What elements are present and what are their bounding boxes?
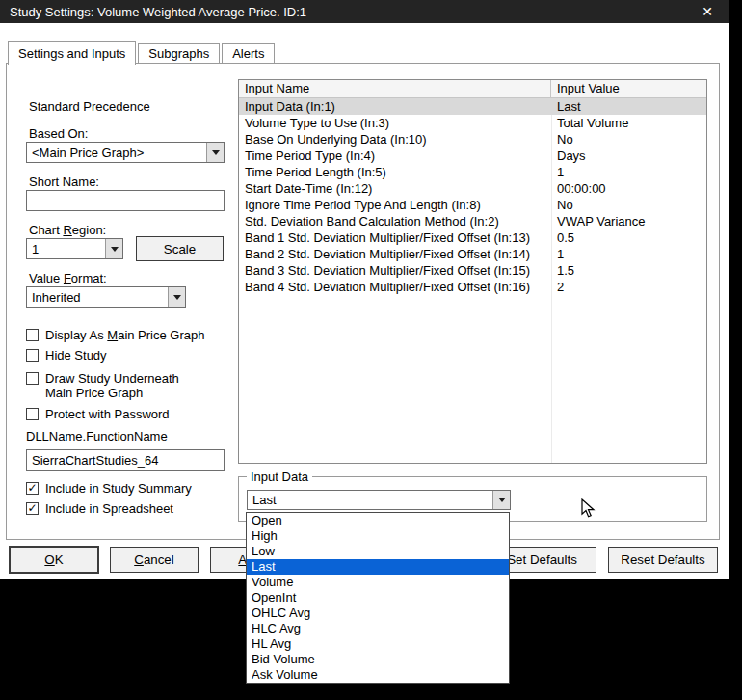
checkbox-protect-with-password[interactable]: ✓ Protect with Password <box>26 407 248 421</box>
checkbox-display-as-main-price-graph[interactable]: ✓ Display As Main Price Graph <box>26 328 248 342</box>
row-std-deviation-method[interactable]: Std. Deviation Band Calculation Method (… <box>239 213 706 229</box>
short-name-input[interactable] <box>26 190 225 211</box>
column-header-input-name: Input Name <box>239 80 551 97</box>
dropdown-item-ohlc-avg[interactable]: OHLC Avg <box>247 606 509 621</box>
input-name-cell: Time Period Type (In:4) <box>239 148 551 164</box>
checkbox-hide-study[interactable]: ✓ Hide Study <box>26 348 248 363</box>
input-value-cell: 1.5 <box>551 262 706 279</box>
checkbox-include-in-spreadsheet[interactable]: ✓ Include in Spreadsheet <box>26 501 248 516</box>
dropdown-item-last[interactable]: Last <box>247 559 509 575</box>
row-band-4-multiplier[interactable]: Band 4 Std. Deviation Multiplier/Fixed O… <box>239 279 706 295</box>
value-format-label: Value Format: <box>29 271 107 285</box>
input-name-cell: Start Date-Time (In:12) <box>239 180 551 197</box>
chart-region-label: Chart Region: <box>29 223 106 237</box>
input-name-cell: Band 2 Std. Deviation Multiplier/Fixed O… <box>239 246 551 262</box>
input-name-cell: Std. Deviation Band Calculation Method (… <box>239 213 551 229</box>
groupbox-title: Input Data <box>247 470 312 484</box>
checkbox-box[interactable]: ✓ <box>26 408 39 420</box>
input-value-cell: 2 <box>551 279 706 295</box>
dropdown-item-openint[interactable]: OpenInt <box>247 590 509 606</box>
value-format-value: Inherited <box>27 290 168 305</box>
dropdown-item-hl-avg[interactable]: HL Avg <box>247 636 509 652</box>
value-format-combobox[interactable]: Inherited <box>26 286 186 308</box>
chart-region-value: 1 <box>27 242 105 256</box>
input-value-cell: 0.5 <box>551 229 706 246</box>
row-volume-type-to-use[interactable]: Volume Type to Use (In:3) Total Volume <box>239 115 706 131</box>
row-band-1-multiplier[interactable]: Band 1 Std. Deviation Multiplier/Fixed O… <box>239 229 706 246</box>
input-name-cell: Time Period Length (In:5) <box>239 164 551 180</box>
row-input-data[interactable]: Input Data (In:1) Last <box>239 98 706 115</box>
dropdown-item-low[interactable]: Low <box>247 544 509 559</box>
window-title: Study Settings: Volume Weighted Average … <box>10 5 306 19</box>
input-value-cell: No <box>551 197 706 213</box>
checkbox-label: Draw Study Underneath Main Price Graph <box>45 371 182 400</box>
input-value-cell: 1 <box>551 246 706 262</box>
column-header-input-value: Input Value <box>551 80 706 97</box>
checkbox-label: Protect with Password <box>45 407 170 421</box>
row-time-period-type[interactable]: Time Period Type (In:4) Days <box>239 148 706 164</box>
checkbox-box[interactable]: ✓ <box>26 349 39 362</box>
dll-function-name-input[interactable] <box>26 449 225 471</box>
ok-button[interactable]: OK <box>10 547 98 573</box>
mouse-cursor <box>581 498 596 520</box>
dropdown-arrow-icon[interactable] <box>492 491 510 509</box>
check-icon: ✓ <box>27 501 37 515</box>
dropdown-item-hlc-avg[interactable]: HLC Avg <box>247 621 509 636</box>
dropdown-arrow-icon[interactable] <box>168 287 185 307</box>
checkbox-label: Display As Main Price Graph <box>45 328 204 342</box>
row-start-date-time[interactable]: Start Date-Time (In:12) 00:00:00 <box>239 180 706 197</box>
row-band-3-multiplier[interactable]: Band 3 Std. Deviation Multiplier/Fixed O… <box>239 262 706 279</box>
tab-bar: Settings and Inputs Subgraphs Alerts <box>8 41 277 65</box>
input-name-cell: Band 3 Std. Deviation Multiplier/Fixed O… <box>239 262 551 279</box>
cancel-button[interactable]: Cancel <box>110 547 199 573</box>
checkbox-label: Include in Spreadsheet <box>45 501 173 516</box>
dropdown-arrow-icon[interactable] <box>105 239 122 258</box>
input-name-cell: Ignore Time Period Type And Length (In:8… <box>239 197 551 213</box>
row-band-2-multiplier[interactable]: Band 2 Std. Deviation Multiplier/Fixed O… <box>239 246 706 262</box>
input-data-combobox-value: Last <box>248 493 492 507</box>
based-on-combobox[interactable]: <Main Price Graph> <box>26 142 225 163</box>
input-value-cell: Days <box>551 148 706 164</box>
close-icon[interactable]: ✕ <box>699 3 716 20</box>
input-value-cell: Last <box>551 98 706 115</box>
inputs-table: Input Name Input Value Input Data (In:1)… <box>238 79 707 464</box>
row-base-on-underlying-data[interactable]: Base On Underlying Data (In:10) No <box>239 131 706 148</box>
checkbox-box[interactable]: ✓ <box>26 502 39 515</box>
short-name-label: Short Name: <box>29 175 99 189</box>
input-value-cell: 00:00:00 <box>551 180 706 197</box>
tab-subgraphs[interactable]: Subgraphs <box>138 43 220 63</box>
dropdown-item-ask-volume[interactable]: Ask Volume <box>247 667 509 683</box>
checkbox-box[interactable]: ✓ <box>26 482 39 495</box>
chart-region-combobox[interactable]: 1 <box>26 238 123 259</box>
reset-defaults-button[interactable]: Reset Defaults <box>608 547 718 573</box>
title-bar[interactable]: Study Settings: Volume Weighted Average … <box>0 0 729 23</box>
input-value-cell: No <box>551 131 706 148</box>
dropdown-item-bid-volume[interactable]: Bid Volume <box>247 652 509 667</box>
input-data-combobox[interactable]: Last <box>247 490 511 510</box>
dropdown-item-open[interactable]: Open <box>247 513 509 528</box>
input-value-cell: Total Volume <box>551 115 706 131</box>
desktop: Study Settings: Volume Weighted Average … <box>0 0 742 700</box>
scale-button[interactable]: Scale <box>136 236 224 261</box>
based-on-label: Based On: <box>29 126 88 141</box>
checkbox-label: Include in Study Summary <box>45 481 192 496</box>
tab-settings-and-inputs[interactable]: Settings and Inputs <box>8 41 136 65</box>
dropdown-item-high[interactable]: High <box>247 528 509 544</box>
dropdown-item-volume[interactable]: Volume <box>247 575 509 590</box>
input-name-cell: Base On Underlying Data (In:10) <box>239 131 551 148</box>
checkbox-box[interactable]: ✓ <box>26 329 39 341</box>
tab-alerts[interactable]: Alerts <box>222 43 275 63</box>
input-value-cell: VWAP Variance <box>551 213 706 229</box>
checkbox-include-in-study-summary[interactable]: ✓ Include in Study Summary <box>26 481 248 496</box>
input-value-cell: 1 <box>551 164 706 180</box>
row-ignore-time-period[interactable]: Ignore Time Period Type And Length (In:8… <box>239 197 706 213</box>
checkbox-box[interactable]: ✓ <box>26 372 39 385</box>
row-time-period-length[interactable]: Time Period Length (In:5) 1 <box>239 164 706 180</box>
input-name-cell: Band 1 Std. Deviation Multiplier/Fixed O… <box>239 229 551 246</box>
checkbox-label: Hide Study <box>45 348 107 363</box>
standard-precedence-label: Standard Precedence <box>29 99 150 114</box>
dll-function-name-label: DLLName.FunctionName <box>26 429 168 444</box>
based-on-value: <Main Price Graph> <box>27 146 206 160</box>
checkbox-draw-study-underneath[interactable]: ✓ Draw Study Underneath Main Price Graph <box>26 371 182 400</box>
dropdown-arrow-icon[interactable] <box>206 143 224 162</box>
